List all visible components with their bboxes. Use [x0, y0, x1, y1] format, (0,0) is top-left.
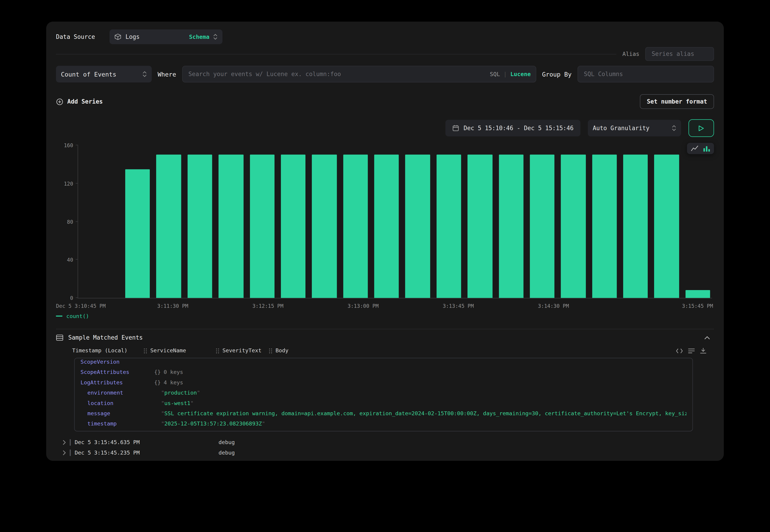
column-label: Timestamp (Local)	[72, 348, 127, 354]
tree-key: environment	[87, 388, 161, 398]
granularity-value: Auto Granularity	[593, 125, 650, 132]
alias-input[interactable]	[651, 50, 709, 58]
search-input[interactable]	[187, 70, 485, 78]
x-axis: Dec 5 3:10:45 PM3:11:30 PM3:12:15 PM3:13…	[77, 300, 712, 309]
y-axis-tick-mark	[76, 259, 78, 260]
sql-option[interactable]: SQL	[490, 71, 500, 77]
data-source-select[interactable]: Logs Schema	[110, 30, 223, 44]
column-header-body[interactable]: Body	[269, 348, 289, 354]
chart-bar[interactable]	[623, 155, 648, 298]
chart-bar[interactable]	[156, 155, 181, 298]
column-header-servicename[interactable]: ServiceName	[143, 348, 216, 354]
tree-value: us-west1	[164, 398, 190, 408]
group-by-input[interactable]	[583, 70, 709, 78]
collapse-section-button[interactable]	[704, 336, 710, 340]
wrap-lines-icon[interactable]	[688, 348, 695, 354]
query-language-toggle[interactable]: SQL | Lucene	[490, 71, 531, 77]
schema-link[interactable]: Schema	[189, 33, 209, 40]
lucene-option[interactable]: Lucene	[510, 71, 531, 77]
chart-bar[interactable]	[281, 155, 306, 298]
event-severity: debug	[219, 450, 235, 456]
chart-bar[interactable]	[187, 155, 212, 298]
chart-bar[interactable]	[499, 155, 524, 298]
tree-row[interactable]: location"us-west1"	[80, 398, 686, 408]
event-timestamp: Dec 5 3:15:45.635 PM	[75, 439, 218, 446]
x-axis-tick-label: Dec 5 3:10:45 PM	[56, 303, 106, 309]
logs-box-icon	[114, 33, 121, 40]
x-axis-tick-label: 3:11:30 PM	[157, 303, 188, 309]
chart-bar[interactable]	[654, 155, 679, 298]
chart-bar[interactable]	[374, 155, 399, 298]
data-source-label: Data Source	[56, 33, 95, 40]
severity-bar	[70, 439, 71, 446]
chart-bar[interactable]	[250, 155, 274, 298]
tree-row[interactable]: message"SSL certificate expiration warni…	[80, 408, 686, 419]
chart-bar[interactable]	[219, 155, 243, 298]
download-icon[interactable]	[700, 348, 707, 354]
chart-bar[interactable]	[468, 155, 492, 298]
time-series-chart: 04080120160 Dec 5 3:10:45 PM3:11:30 PM3:…	[56, 145, 714, 309]
tree-key: location	[87, 398, 161, 408]
bars	[125, 145, 710, 298]
chevron-updown-icon	[672, 125, 676, 132]
chart-bar[interactable]	[125, 169, 150, 298]
time-range-picker[interactable]: Dec 5 15:10:46 - Dec 5 15:15:46	[446, 120, 581, 136]
tree-key: ScopeAttributes	[80, 367, 154, 377]
event-row[interactable]: Dec 5 3:15:45.635 PMdebug	[62, 437, 714, 447]
y-axis-tick-mark	[76, 145, 78, 145]
chart-bar[interactable]	[592, 155, 617, 298]
event-row[interactable]: Dec 5 3:15:45.235 PMdebug	[62, 447, 714, 458]
code-icon[interactable]	[676, 348, 683, 354]
drag-handle-icon[interactable]	[269, 348, 272, 354]
chart-bar[interactable]	[437, 155, 461, 298]
tree-row[interactable]: ▼LogAttributes{}4 keys	[80, 378, 686, 388]
y-axis-tick-mark	[76, 297, 78, 298]
add-series-button[interactable]: Add Series	[56, 98, 103, 105]
chart-bar[interactable]	[312, 155, 337, 298]
column-header-severitytext[interactable]: SeverityText	[216, 348, 269, 354]
tree-row[interactable]: ScopeVersion	[80, 358, 686, 367]
braces-icon: {}	[154, 367, 161, 377]
y-axis-tick-label: 40	[57, 257, 73, 263]
set-number-format-button[interactable]: Set number format	[640, 94, 714, 109]
chevron-right-icon	[62, 450, 66, 455]
chart-bar[interactable]	[405, 155, 430, 298]
chart-legend: count()	[56, 312, 714, 320]
toggle-divider: |	[504, 71, 507, 77]
bar-chart-icon[interactable]	[703, 145, 710, 152]
aggregate-select[interactable]: Count of Events	[56, 66, 152, 82]
x-axis-tick-label: 3:14:30 PM	[538, 303, 569, 309]
chart-bar[interactable]	[561, 155, 586, 298]
y-axis-tick-label: 0	[57, 295, 73, 301]
events-columns: Timestamp (Local)ServiceNameSeverityText…	[72, 348, 714, 354]
y-axis-tick-label: 80	[57, 219, 73, 225]
drag-handle-icon[interactable]	[143, 348, 147, 354]
aggregate-value: Count of Events	[61, 70, 116, 78]
legend-label[interactable]: count()	[66, 313, 89, 319]
column-header-timestamp-local[interactable]: Timestamp (Local)	[72, 348, 143, 354]
chart-bar[interactable]	[685, 290, 710, 298]
alias-label: Alias	[622, 50, 639, 57]
events-columns-left: Timestamp (Local)ServiceNameSeverityText…	[72, 348, 289, 354]
events-title: Sample Matched Events	[68, 334, 143, 341]
tree-row[interactable]: timestamp"2025-12-05T13:57:23.082306893Z…	[80, 419, 686, 429]
braces-icon: {}	[154, 378, 161, 388]
quote: "	[161, 398, 164, 408]
x-axis-tick-label: 3:13:45 PM	[443, 303, 474, 309]
chart-bar[interactable]	[530, 155, 555, 298]
run-query-button[interactable]	[688, 119, 714, 137]
quote: "	[161, 419, 164, 429]
tree-row[interactable]: environment"production"	[80, 388, 686, 398]
drag-handle-icon[interactable]	[216, 348, 219, 354]
tree-value: production	[164, 388, 197, 398]
chart-bar[interactable]	[343, 155, 368, 298]
tree-row[interactable]: ScopeAttributes{}0 keys	[80, 367, 686, 377]
line-chart-icon[interactable]	[691, 145, 698, 152]
x-axis-tick-label: 3:12:15 PM	[252, 303, 284, 309]
chart-type-toggle[interactable]	[687, 143, 714, 154]
quote: "	[161, 408, 164, 419]
granularity-select[interactable]: Auto Granularity	[588, 120, 681, 136]
where-label: Where	[158, 70, 176, 78]
search-box: SQL | Lucene	[182, 66, 536, 82]
event-rows: Dec 5 3:15:45.635 PMdebugDec 5 3:15:45.2…	[56, 437, 714, 458]
